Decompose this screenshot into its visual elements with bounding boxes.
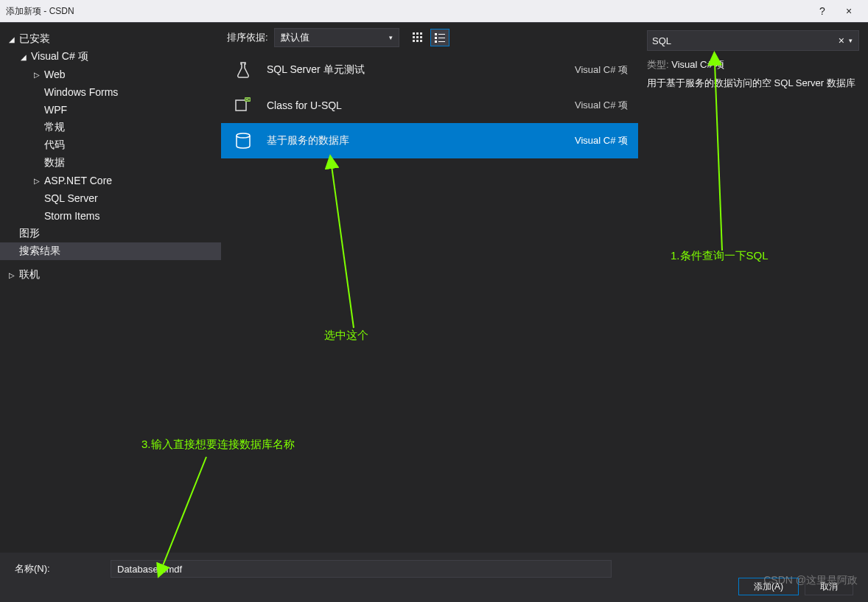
list-view-button[interactable] (430, 29, 449, 46)
watermark: CSDN @这里是阿政 (763, 574, 858, 587)
svg-rect-13 (435, 41, 437, 43)
help-button[interactable]: ? (809, 5, 836, 17)
tree-item-web[interactable]: ▷Web (0, 66, 221, 83)
svg-rect-1 (416, 32, 419, 35)
titlebar: 添加新项 - CSDN ? × (0, 0, 868, 22)
clear-search-icon[interactable]: × (836, 35, 847, 46)
chevron-right-icon: ▷ (32, 71, 41, 79)
chevron-down-icon: ◢ (19, 53, 28, 61)
svg-rect-12 (438, 38, 445, 38)
tree-item-code[interactable]: 代码 (0, 136, 221, 154)
item-label: Class for U-SQL (267, 99, 575, 111)
item-category: Visual C# 项 (575, 99, 628, 112)
svg-rect-15 (236, 100, 246, 111)
tree-item-data[interactable]: 数据 (0, 154, 221, 172)
close-button[interactable]: × (836, 5, 862, 17)
svg-rect-2 (420, 32, 422, 35)
tree-item-general[interactable]: 常规 (0, 119, 221, 136)
search-box[interactable]: × ▾ (647, 30, 859, 51)
svg-rect-8 (420, 40, 422, 42)
item-label: 基于服务的数据库 (267, 134, 575, 147)
template-item-service-db[interactable]: 基于服务的数据库 Visual C# 项 (221, 123, 638, 158)
grid-icon (413, 32, 423, 43)
chevron-right-icon: ▷ (7, 271, 16, 279)
window-title: 添加新项 - CSDN (6, 5, 74, 18)
center-pane: 排序依据: 默认值 ▾ SQL Server 单元测试 Visual (221, 23, 638, 553)
svg-rect-4 (416, 36, 419, 38)
chevron-down-icon: ▾ (389, 34, 393, 41)
database-icon (231, 129, 255, 153)
svg-rect-10 (438, 34, 445, 35)
sidebar-tree: ◢已安装 ◢Visual C# 项 ▷Web Windows Forms WPF… (0, 23, 221, 553)
tree-search-results[interactable]: 搜索结果 (0, 242, 221, 260)
item-category: Visual C# 项 (575, 63, 628, 77)
center-toolbar: 排序依据: 默认值 ▾ (221, 23, 638, 52)
tree-item-wpf[interactable]: WPF (0, 101, 221, 119)
svg-rect-11 (435, 37, 437, 39)
item-category: Visual C# 项 (575, 134, 628, 147)
class-icon: C# (231, 94, 255, 117)
chevron-right-icon: ▷ (32, 177, 41, 185)
info-description: 用于基于服务的数据访问的空 SQL Server 数据库 (647, 76, 859, 91)
svg-rect-7 (416, 40, 419, 42)
svg-rect-5 (420, 36, 422, 38)
svg-rect-14 (438, 41, 445, 42)
sort-label: 排序依据: (227, 31, 268, 44)
tree-graphic[interactable]: 图形 (0, 225, 221, 242)
info-type: 类型: Visual C# 项 (647, 58, 859, 71)
svg-rect-9 (435, 33, 437, 35)
chevron-down-icon[interactable]: ▾ (847, 37, 854, 44)
search-input[interactable] (652, 35, 836, 46)
tree-installed[interactable]: ◢已安装 (0, 30, 221, 48)
grid-view-button[interactable] (408, 29, 427, 46)
tree-item-sqlserver[interactable]: SQL Server (0, 189, 221, 207)
dialog-footer: 名称(N): 添加(A) 取消 (0, 553, 868, 602)
tree-item-winforms[interactable]: Windows Forms (0, 83, 221, 101)
svg-text:C#: C# (245, 97, 251, 102)
svg-rect-6 (413, 40, 415, 42)
tree-visual-csharp[interactable]: ◢Visual C# 项 (0, 48, 221, 66)
tree-item-aspnet[interactable]: ▷ASP.NET Core (0, 172, 221, 189)
template-item-usql-class[interactable]: C# Class for U-SQL Visual C# 项 (221, 88, 638, 123)
svg-rect-3 (413, 36, 415, 38)
sort-dropdown[interactable]: 默认值 ▾ (274, 28, 399, 47)
template-item-sql-unit-test[interactable]: SQL Server 单元测试 Visual C# 项 (221, 52, 638, 88)
name-input[interactable] (111, 560, 612, 578)
name-label: 名称(N): (15, 562, 88, 575)
right-pane: × ▾ 类型: Visual C# 项 用于基于服务的数据访问的空 SQL Se… (638, 23, 868, 553)
flask-icon (231, 58, 255, 82)
chevron-down-icon: ◢ (7, 35, 16, 43)
list-icon (435, 32, 445, 43)
tree-online[interactable]: ▷联机 (0, 266, 221, 284)
svg-point-18 (237, 133, 250, 138)
svg-rect-0 (413, 32, 415, 35)
tree-item-storm[interactable]: Storm Items (0, 207, 221, 225)
item-label: SQL Server 单元测试 (267, 63, 575, 77)
